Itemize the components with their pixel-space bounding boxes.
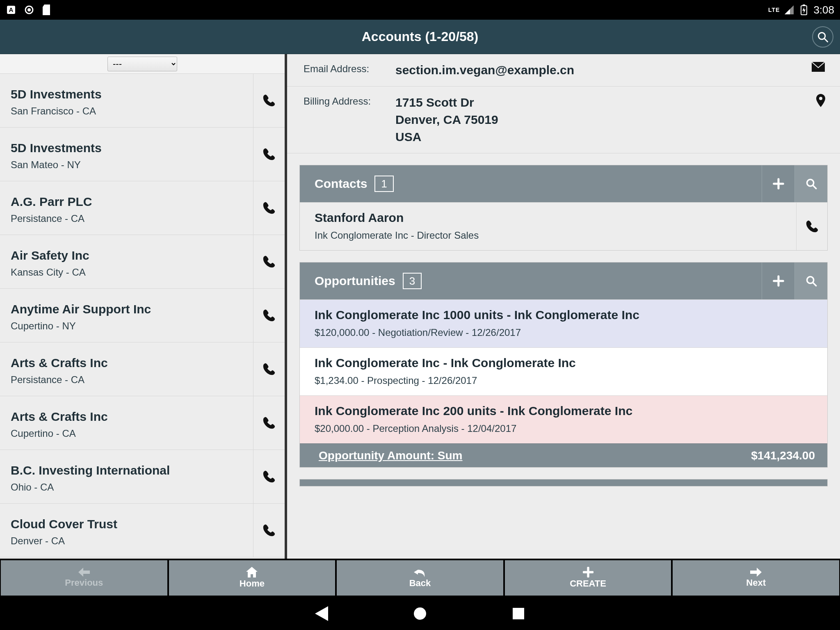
network-label: LTE [768,7,780,13]
nav-back-button[interactable] [313,605,330,622]
contacts-search-button[interactable] [794,165,827,202]
status-bar: A LTE 3:08 [0,0,840,20]
back-label: Back [409,578,431,589]
home-button[interactable]: Home [169,560,336,596]
account-list-item[interactable]: Anytime Air Support IncCupertino - NY [0,289,285,342]
circle-icon [24,5,34,15]
battery-charging-icon [799,5,809,15]
email-label: Email Address: [304,62,395,75]
phone-icon [262,201,276,215]
plus-icon [583,567,593,578]
phone-icon [262,470,276,484]
account-list-item[interactable]: Air Safety IncKansas City - CA [0,235,285,289]
sd-card-icon [42,5,52,15]
next-button[interactable]: Next [673,560,839,596]
opportunities-search-button[interactable] [794,262,827,299]
phone-icon [262,308,276,322]
next-panel-peek [299,479,828,486]
billing-value[interactable]: 1715 Scott Dr Denver, CA 75019 USA [395,94,805,146]
opportunity-title: Ink Conglomerate Inc 1000 units - Ink Co… [315,308,815,322]
contact-call-button[interactable] [796,203,827,250]
call-button[interactable] [253,181,285,235]
phone-icon [262,523,276,537]
svg-text:A: A [9,6,14,13]
contacts-count: 1 [374,176,393,192]
phone-icon [262,94,276,107]
account-list-item[interactable]: Cloud Cover TrustDenver - CA [0,504,285,557]
opportunities-count: 3 [403,273,422,289]
call-button[interactable] [253,504,285,557]
filter-select[interactable]: --- [107,57,177,71]
home-label: Home [240,578,265,589]
call-button[interactable] [253,289,285,342]
svg-rect-5 [803,5,805,6]
contacts-panel: Contacts 1 Stanford AaronInk Conglomerat… [299,165,828,251]
app-header: Accounts (1-20/58) [0,20,840,54]
account-location: Ohio - CA [11,482,242,493]
create-label: CREATE [570,578,606,589]
account-list-item[interactable]: Arts & Crafts IncPersistance - CA [0,342,285,396]
signal-icon [784,5,794,15]
header-search-button[interactable] [812,26,833,48]
svg-line-11 [813,185,816,189]
contacts-add-button[interactable] [762,165,794,202]
call-button[interactable] [253,74,285,127]
account-location: Persistance - CA [11,374,242,386]
plus-icon [772,275,785,287]
opportunities-header[interactable]: Opportunities 3 [300,262,827,299]
svg-line-7 [824,38,828,41]
opportunities-footer: Opportunity Amount: Sum $141,234.00 [300,443,827,467]
mail-icon [811,62,825,72]
opportunity-row[interactable]: Ink Conglomerate Inc 1000 units - Ink Co… [300,299,827,347]
billing-field-row: Billing Address: 1715 Scott Dr Denver, C… [287,87,840,153]
contacts-title: Contacts [315,177,367,191]
home-icon [246,567,258,578]
call-button[interactable] [253,396,285,450]
opportunity-sub: $1,234.00 - Prospecting - 12/26/2017 [315,375,815,386]
contact-sub: Ink Conglomerate Inc - Director Sales [315,230,784,241]
keyboard-icon: A [6,5,16,15]
create-button[interactable]: CREATE [505,560,671,596]
account-location: Persistance - CA [11,213,242,224]
opportunity-title: Ink Conglomerate Inc 200 units - Ink Con… [315,404,815,418]
map-pin-icon [816,94,825,107]
email-action[interactable] [805,62,825,72]
account-list-item[interactable]: 5D InvestmentsSan Francisco - CA [0,74,285,128]
account-detail-pane: Email Address: section.im.vegan@example.… [287,54,840,559]
account-location: Cupertino - CA [11,428,242,439]
svg-line-13 [813,283,816,286]
back-button[interactable]: Back [337,560,503,596]
nav-home-button[interactable] [412,605,428,622]
contact-row[interactable]: Stanford AaronInk Conglomerate Inc - Dir… [300,202,827,250]
call-button[interactable] [253,342,285,396]
arrow-right-icon [750,568,762,577]
account-location: Cupertino - NY [11,320,242,332]
call-button[interactable] [253,128,285,181]
nav-recent-button[interactable] [510,605,527,622]
account-list-item[interactable]: A.G. Parr PLCPersistance - CA [0,181,285,235]
opportunities-add-button[interactable] [762,262,794,299]
email-value[interactable]: section.im.vegan@example.cn [395,62,805,79]
contacts-header[interactable]: Contacts 1 [300,165,827,202]
opportunity-row[interactable]: Ink Conglomerate Inc - Ink Conglomerate … [300,347,827,395]
map-action[interactable] [805,94,825,107]
account-list-item[interactable]: B.C. Investing InternationalOhio - CA [0,450,285,504]
opportunities-panel: Opportunities 3 Ink Conglomerate Inc 100… [299,262,828,468]
clock: 3:08 [813,4,834,16]
account-location: San Mateo - NY [11,159,242,171]
android-navbar [0,597,840,630]
opportunity-sum-label: Opportunity Amount: Sum [319,449,462,462]
account-list-item[interactable]: Arts & Crafts IncCupertino - CA [0,396,285,450]
account-location: Kansas City - CA [11,267,242,278]
account-list-item[interactable]: 5D InvestmentsSan Mateo - NY [0,128,285,181]
contact-name: Stanford Aaron [315,211,784,225]
opportunities-title: Opportunities [315,274,395,288]
svg-point-9 [819,97,822,100]
call-button[interactable] [253,450,285,503]
opportunity-row[interactable]: Ink Conglomerate Inc 200 units - Ink Con… [300,395,827,443]
opportunity-title: Ink Conglomerate Inc - Ink Conglomerate … [315,356,815,370]
call-button[interactable] [253,235,285,288]
account-name: Cloud Cover Trust [11,517,242,531]
plus-icon [772,178,785,190]
phone-icon [805,219,819,233]
